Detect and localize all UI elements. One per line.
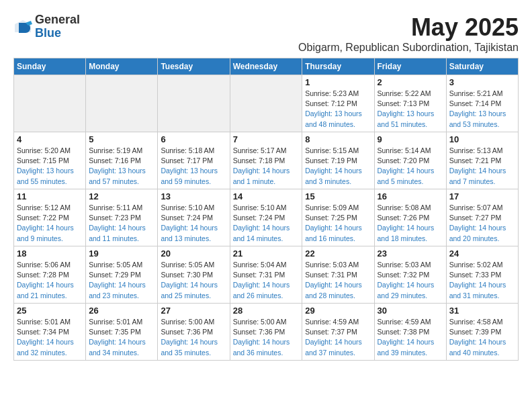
day-info: Sunrise: 5:19 AMSunset: 7:16 PMDaylight:… bbox=[89, 146, 154, 187]
calendar-cell: 21Sunrise: 5:04 AMSunset: 7:31 PMDayligh… bbox=[230, 246, 302, 304]
calendar-cell: 8Sunrise: 5:15 AMSunset: 7:19 PMDaylight… bbox=[302, 132, 374, 189]
day-info: Sunrise: 5:05 AMSunset: 7:29 PMDaylight:… bbox=[89, 260, 154, 301]
day-number: 18 bbox=[17, 248, 83, 259]
day-number: 26 bbox=[89, 306, 154, 316]
logo-icon bbox=[13, 17, 32, 36]
day-number: 31 bbox=[449, 306, 515, 316]
calendar-week-5: 25Sunrise: 5:01 AMSunset: 7:34 PMDayligh… bbox=[14, 304, 519, 361]
day-number: 21 bbox=[233, 248, 300, 259]
page-header: General Blue May 2025 Obigarm, Republica… bbox=[13, 13, 519, 54]
calendar-table: SundayMondayTuesdayWednesdayThursdayFrid… bbox=[13, 58, 519, 361]
day-number: 1 bbox=[305, 77, 371, 87]
day-info: Sunrise: 5:03 AMSunset: 7:32 PMDaylight:… bbox=[378, 260, 443, 301]
calendar-cell: 1Sunrise: 5:23 AMSunset: 7:12 PMDaylight… bbox=[302, 75, 374, 132]
calendar-cell: 29Sunrise: 4:59 AMSunset: 7:37 PMDayligh… bbox=[302, 304, 374, 361]
weekday-header-saturday: Saturday bbox=[446, 58, 518, 75]
weekday-header-thursday: Thursday bbox=[302, 58, 374, 75]
calendar-cell: 23Sunrise: 5:03 AMSunset: 7:32 PMDayligh… bbox=[374, 246, 446, 304]
day-info: Sunrise: 5:21 AMSunset: 7:14 PMDaylight:… bbox=[449, 89, 515, 130]
location-subtitle: Obigarm, Republican Subordination, Tajik… bbox=[298, 42, 519, 54]
calendar-cell bbox=[14, 75, 86, 132]
day-number: 13 bbox=[161, 191, 226, 201]
weekday-header-wednesday: Wednesday bbox=[230, 58, 302, 75]
logo-general-text: General bbox=[35, 13, 80, 26]
day-info: Sunrise: 5:03 AMSunset: 7:31 PMDaylight:… bbox=[305, 260, 371, 301]
title-block: May 2025 Obigarm, Republican Subordinati… bbox=[298, 13, 519, 54]
day-number: 10 bbox=[449, 134, 515, 144]
day-number: 14 bbox=[233, 191, 300, 201]
calendar-week-2: 4Sunrise: 5:20 AMSunset: 7:15 PMDaylight… bbox=[14, 132, 519, 189]
day-info: Sunrise: 4:59 AMSunset: 7:38 PMDaylight:… bbox=[378, 317, 443, 358]
calendar-cell: 25Sunrise: 5:01 AMSunset: 7:34 PMDayligh… bbox=[14, 304, 86, 361]
day-number: 5 bbox=[89, 134, 154, 144]
day-info: Sunrise: 5:23 AMSunset: 7:12 PMDaylight:… bbox=[305, 89, 371, 130]
day-info: Sunrise: 4:58 AMSunset: 7:39 PMDaylight:… bbox=[449, 317, 515, 358]
calendar-cell bbox=[158, 75, 230, 132]
calendar-cell: 31Sunrise: 4:58 AMSunset: 7:39 PMDayligh… bbox=[446, 304, 518, 361]
weekday-header-friday: Friday bbox=[374, 58, 446, 75]
day-info: Sunrise: 5:14 AMSunset: 7:20 PMDaylight:… bbox=[378, 146, 443, 187]
calendar-cell: 19Sunrise: 5:05 AMSunset: 7:29 PMDayligh… bbox=[86, 246, 158, 304]
day-number: 12 bbox=[89, 191, 154, 201]
day-number: 16 bbox=[378, 191, 443, 201]
day-info: Sunrise: 5:08 AMSunset: 7:26 PMDaylight:… bbox=[378, 203, 443, 244]
day-info: Sunrise: 5:00 AMSunset: 7:36 PMDaylight:… bbox=[161, 317, 226, 358]
calendar-cell: 9Sunrise: 5:14 AMSunset: 7:20 PMDaylight… bbox=[374, 132, 446, 189]
day-number: 27 bbox=[161, 306, 226, 316]
day-info: Sunrise: 5:05 AMSunset: 7:30 PMDaylight:… bbox=[161, 260, 226, 301]
calendar-header-row: SundayMondayTuesdayWednesdayThursdayFrid… bbox=[14, 58, 519, 75]
weekday-header-monday: Monday bbox=[86, 58, 158, 75]
day-info: Sunrise: 5:07 AMSunset: 7:27 PMDaylight:… bbox=[449, 203, 515, 244]
calendar-cell: 16Sunrise: 5:08 AMSunset: 7:26 PMDayligh… bbox=[374, 189, 446, 246]
day-info: Sunrise: 5:10 AMSunset: 7:24 PMDaylight:… bbox=[161, 203, 226, 244]
calendar-cell: 11Sunrise: 5:12 AMSunset: 7:22 PMDayligh… bbox=[14, 189, 86, 246]
day-info: Sunrise: 5:01 AMSunset: 7:34 PMDaylight:… bbox=[17, 317, 83, 358]
day-info: Sunrise: 5:12 AMSunset: 7:22 PMDaylight:… bbox=[17, 203, 83, 244]
calendar-cell: 30Sunrise: 4:59 AMSunset: 7:38 PMDayligh… bbox=[374, 304, 446, 361]
calendar-cell: 15Sunrise: 5:09 AMSunset: 7:25 PMDayligh… bbox=[302, 189, 374, 246]
weekday-header-sunday: Sunday bbox=[14, 58, 86, 75]
weekday-header-tuesday: Tuesday bbox=[158, 58, 230, 75]
day-number: 23 bbox=[378, 248, 443, 259]
day-info: Sunrise: 5:17 AMSunset: 7:18 PMDaylight:… bbox=[233, 146, 300, 187]
calendar-week-4: 18Sunrise: 5:06 AMSunset: 7:28 PMDayligh… bbox=[14, 246, 519, 304]
day-info: Sunrise: 4:59 AMSunset: 7:37 PMDaylight:… bbox=[305, 317, 371, 358]
calendar-cell: 6Sunrise: 5:18 AMSunset: 7:17 PMDaylight… bbox=[158, 132, 230, 189]
calendar-cell: 5Sunrise: 5:19 AMSunset: 7:16 PMDaylight… bbox=[86, 132, 158, 189]
day-info: Sunrise: 5:06 AMSunset: 7:28 PMDaylight:… bbox=[17, 260, 83, 301]
calendar-cell: 13Sunrise: 5:10 AMSunset: 7:24 PMDayligh… bbox=[158, 189, 230, 246]
day-number: 28 bbox=[233, 306, 300, 316]
day-number: 22 bbox=[305, 248, 371, 259]
logo: General Blue bbox=[13, 13, 80, 40]
day-number: 20 bbox=[161, 248, 226, 259]
calendar-cell: 10Sunrise: 5:13 AMSunset: 7:21 PMDayligh… bbox=[446, 132, 518, 189]
day-number: 3 bbox=[449, 77, 515, 87]
calendar-cell: 18Sunrise: 5:06 AMSunset: 7:28 PMDayligh… bbox=[14, 246, 86, 304]
calendar-cell bbox=[230, 75, 302, 132]
calendar-cell: 4Sunrise: 5:20 AMSunset: 7:15 PMDaylight… bbox=[14, 132, 86, 189]
calendar-cell: 22Sunrise: 5:03 AMSunset: 7:31 PMDayligh… bbox=[302, 246, 374, 304]
day-number: 8 bbox=[305, 134, 371, 144]
day-number: 30 bbox=[378, 306, 443, 316]
calendar-cell: 7Sunrise: 5:17 AMSunset: 7:18 PMDaylight… bbox=[230, 132, 302, 189]
day-info: Sunrise: 5:20 AMSunset: 7:15 PMDaylight:… bbox=[17, 146, 83, 187]
calendar-cell: 3Sunrise: 5:21 AMSunset: 7:14 PMDaylight… bbox=[446, 75, 518, 132]
calendar-week-1: 1Sunrise: 5:23 AMSunset: 7:12 PMDaylight… bbox=[14, 75, 519, 132]
day-number: 19 bbox=[89, 248, 154, 259]
day-number: 6 bbox=[161, 134, 226, 144]
day-info: Sunrise: 5:02 AMSunset: 7:33 PMDaylight:… bbox=[449, 260, 515, 301]
day-info: Sunrise: 5:22 AMSunset: 7:13 PMDaylight:… bbox=[378, 89, 443, 130]
calendar-cell: 14Sunrise: 5:10 AMSunset: 7:24 PMDayligh… bbox=[230, 189, 302, 246]
day-info: Sunrise: 5:01 AMSunset: 7:35 PMDaylight:… bbox=[89, 317, 154, 358]
calendar-cell: 17Sunrise: 5:07 AMSunset: 7:27 PMDayligh… bbox=[446, 189, 518, 246]
day-info: Sunrise: 5:15 AMSunset: 7:19 PMDaylight:… bbox=[305, 146, 371, 187]
day-number: 29 bbox=[305, 306, 371, 316]
day-info: Sunrise: 5:18 AMSunset: 7:17 PMDaylight:… bbox=[161, 146, 226, 187]
day-number: 15 bbox=[305, 191, 371, 201]
day-number: 24 bbox=[449, 248, 515, 259]
calendar-cell: 26Sunrise: 5:01 AMSunset: 7:35 PMDayligh… bbox=[86, 304, 158, 361]
logo-blue-text: Blue bbox=[35, 26, 61, 40]
day-number: 9 bbox=[378, 134, 443, 144]
calendar-cell: 12Sunrise: 5:11 AMSunset: 7:23 PMDayligh… bbox=[86, 189, 158, 246]
calendar-cell: 24Sunrise: 5:02 AMSunset: 7:33 PMDayligh… bbox=[446, 246, 518, 304]
